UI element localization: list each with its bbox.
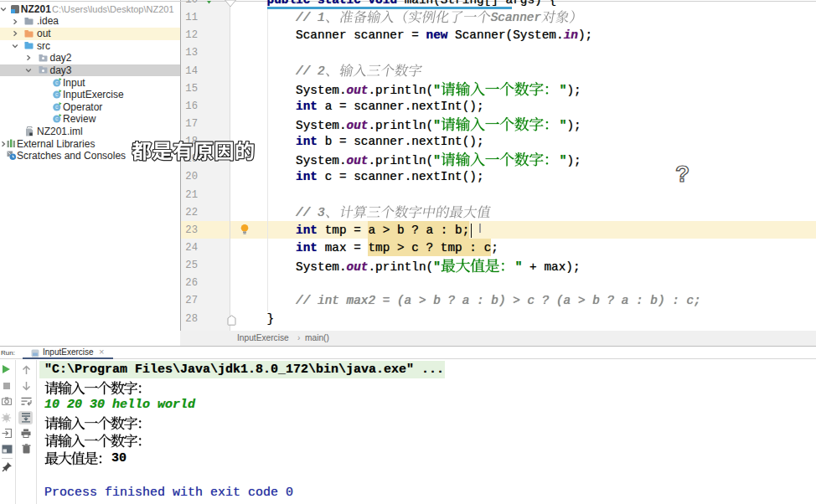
- svg-text:c: c: [55, 116, 59, 122]
- svg-text:c: c: [55, 104, 59, 110]
- svg-text:c: c: [55, 91, 59, 97]
- svg-text:c: c: [55, 80, 59, 85]
